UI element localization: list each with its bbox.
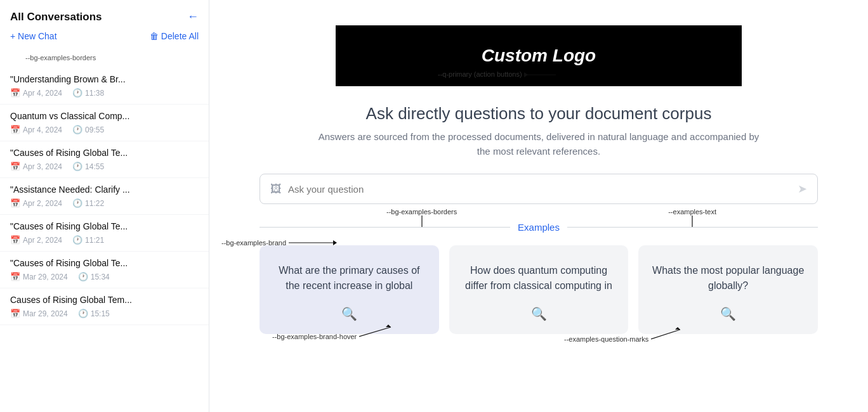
annotation-action-buttons: --bg-examples-borders xyxy=(25,54,96,61)
sidebar-title: All Conversations xyxy=(10,11,102,23)
calendar-icon: 📅 xyxy=(10,198,20,208)
conv-date: 📅 Apr 3, 2024 xyxy=(10,162,62,171)
example-card-text: How does quantum computing differ from c… xyxy=(462,263,616,293)
examples-line-left xyxy=(260,227,510,228)
calendar-icon: 📅 xyxy=(10,162,20,171)
conv-time: 🕐 15:15 xyxy=(78,309,110,318)
example-card-text: What are the primary causes of the recen… xyxy=(272,263,426,293)
conv-date: 📅 Mar 29, 2024 xyxy=(10,309,68,318)
back-icon[interactable]: ← xyxy=(187,10,199,23)
main-content: --q-primary (action buttons) Custom Logo… xyxy=(209,0,868,412)
clock-icon: 🕐 xyxy=(72,88,82,98)
examples-wrapper: --bg-examples-borders --examples-text Ex… xyxy=(260,222,818,334)
conv-meta: 📅 Apr 2, 2024 🕐 11:22 xyxy=(10,198,199,208)
clock-icon: 🕐 xyxy=(72,198,82,208)
conv-time: 🕐 14:55 xyxy=(72,162,104,171)
example-card-icon: 🔍 xyxy=(531,306,547,321)
conversation-item[interactable]: Quantum vs Classical Comp... 📅 Apr 4, 20… xyxy=(0,105,209,141)
conv-title: "Assistance Needed: Clarify ... xyxy=(10,184,199,195)
sidebar: All Conversations ← + New Chat 🗑 Delete … xyxy=(0,0,209,412)
svg-marker-5 xyxy=(333,240,337,245)
conv-meta: 📅 Mar 29, 2024 🕐 15:15 xyxy=(10,309,199,318)
conversation-item[interactable]: Causes of Rising Global Tem... 📅 Mar 29,… xyxy=(0,288,209,325)
conv-time: 🕐 11:38 xyxy=(72,88,104,98)
calendar-icon: 📅 xyxy=(10,125,20,134)
main-subheadline: Answers are sourced from the processed d… xyxy=(317,130,761,158)
examples-label: Examples xyxy=(518,222,560,233)
conv-title: "Understanding Brown & Br... xyxy=(10,74,199,84)
conv-title: "Causes of Rising Global Te... xyxy=(10,221,199,231)
conversation-item[interactable]: "Assistance Needed: Clarify ... 📅 Apr 2,… xyxy=(0,178,209,215)
conv-time: 🕐 11:21 xyxy=(72,235,104,245)
clock-icon: 🕐 xyxy=(72,125,82,134)
conv-meta: 📅 Apr 3, 2024 🕐 14:55 xyxy=(10,162,199,171)
conversation-item[interactable]: "Understanding Brown & Br... 📅 Apr 4, 20… xyxy=(0,68,209,105)
clock-icon: 🕐 xyxy=(78,309,88,318)
main-headline: Ask directly questions to your document … xyxy=(366,104,712,124)
calendar-icon: 📅 xyxy=(10,272,20,281)
conv-title: Quantum vs Classical Comp... xyxy=(10,111,199,121)
sidebar-actions: + New Chat 🗑 Delete All xyxy=(0,31,209,51)
conversation-item[interactable]: "Causes of Rising Global Te... 📅 Apr 2, … xyxy=(0,215,209,252)
conv-title: Causes of Rising Global Tem... xyxy=(10,295,199,305)
search-bar[interactable]: 🖼 ➤ xyxy=(260,174,818,204)
examples-divider-row: Examples xyxy=(260,222,818,233)
conv-date: 📅 Apr 4, 2024 xyxy=(10,88,62,98)
calendar-icon: 📅 xyxy=(10,309,20,318)
conversation-item[interactable]: "Causes of Rising Global Te... 📅 Apr 3, … xyxy=(0,141,209,178)
conv-meta: 📅 Apr 4, 2024 🕐 09:55 xyxy=(10,125,199,134)
conv-date: 📅 Apr 2, 2024 xyxy=(10,235,62,245)
example-card-icon: 🔍 xyxy=(720,306,736,321)
clock-icon: 🕐 xyxy=(78,272,88,281)
example-card-text: Whats the most popular language globally… xyxy=(651,263,805,293)
search-image-icon: 🖼 xyxy=(270,183,282,196)
conv-time: 🕐 15:34 xyxy=(78,272,110,281)
conv-date: 📅 Apr 4, 2024 xyxy=(10,125,62,134)
delete-all-button[interactable]: 🗑 Delete All xyxy=(150,31,199,41)
example-card[interactable]: What are the primary causes of the recen… xyxy=(260,245,439,334)
conv-meta: 📅 Apr 2, 2024 🕐 11:21 xyxy=(10,235,199,245)
conversation-item[interactable]: "Causes of Rising Global Te... 📅 Mar 29,… xyxy=(0,252,209,288)
conversation-list: "Understanding Brown & Br... 📅 Apr 4, 20… xyxy=(0,68,209,325)
conv-time: 🕐 09:55 xyxy=(72,125,104,134)
clock-icon: 🕐 xyxy=(72,162,82,171)
conv-time: 🕐 11:22 xyxy=(72,198,104,208)
calendar-icon: 📅 xyxy=(10,235,20,245)
conv-title: "Causes of Rising Global Te... xyxy=(10,148,199,158)
new-chat-button[interactable]: + New Chat xyxy=(10,31,57,41)
example-card[interactable]: How does quantum computing differ from c… xyxy=(449,245,629,334)
examples-line-right xyxy=(567,227,818,228)
conv-date: 📅 Mar 29, 2024 xyxy=(10,272,68,281)
example-card[interactable]: Whats the most popular language globally… xyxy=(638,245,818,334)
logo-container: Custom Logo xyxy=(336,25,742,86)
send-icon[interactable]: ➤ xyxy=(798,182,807,196)
conv-date: 📅 Apr 2, 2024 xyxy=(10,198,62,208)
conv-title: "Causes of Rising Global Te... xyxy=(10,258,199,268)
conv-meta: 📅 Mar 29, 2024 🕐 15:34 xyxy=(10,272,199,281)
calendar-icon: 📅 xyxy=(10,88,20,98)
search-input[interactable] xyxy=(288,184,791,195)
examples-cards: What are the primary causes of the recen… xyxy=(260,245,818,334)
conv-meta: 📅 Apr 4, 2024 🕐 11:38 xyxy=(10,88,199,98)
logo-text: Custom Logo xyxy=(482,46,596,66)
example-card-icon: 🔍 xyxy=(341,306,357,321)
clock-icon: 🕐 xyxy=(72,235,82,245)
sidebar-header: All Conversations ← xyxy=(0,10,209,31)
